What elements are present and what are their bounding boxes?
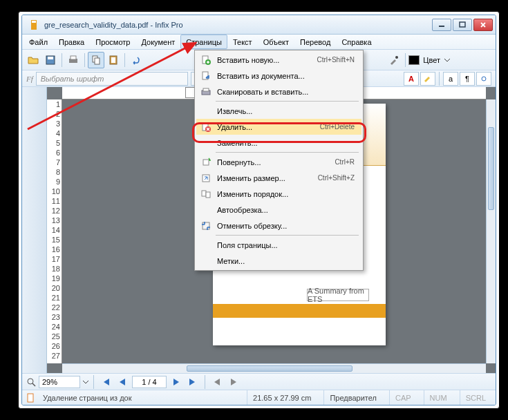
style-a-button[interactable]: a — [443, 72, 458, 86]
menu-item-label: Удалить... — [213, 123, 320, 131]
scrollbar-vertical[interactable] — [486, 99, 496, 363]
menu-item-label: Метки... — [213, 257, 355, 265]
rotate-icon — [199, 157, 213, 168]
scrl-indicator: SCRL — [460, 390, 491, 405]
menu-item-label: Поля страницы... — [213, 241, 355, 249]
page-import-icon — [199, 70, 213, 82]
menu-item--[interactable]: Вставить новую...Ctrl+Shift+N — [196, 52, 361, 68]
scrollbar-horizontal[interactable] — [62, 363, 486, 373]
menu-перевод[interactable]: Перевод — [294, 35, 336, 49]
color-swatch[interactable] — [408, 55, 420, 65]
first-page-button[interactable] — [99, 376, 113, 388]
print-button[interactable] — [65, 52, 82, 68]
menu-item-label: Изменить размер... — [213, 174, 318, 182]
next-page-button[interactable] — [169, 376, 183, 388]
svg-rect-26 — [206, 192, 210, 198]
uncrop-icon — [199, 220, 213, 231]
svg-rect-5 — [48, 57, 53, 59]
svg-rect-23 — [203, 160, 209, 165]
nav-forward-button[interactable] — [227, 376, 241, 388]
zoom-selector[interactable]: 29% — [39, 376, 80, 388]
menu-item--[interactable]: Метки... — [196, 253, 361, 269]
last-page-button[interactable] — [186, 376, 200, 388]
ruler-vertical: 1234567891011121314151617181920212223242… — [47, 99, 62, 363]
menu-item-label: Отменить обрезку... — [213, 222, 355, 230]
menu-файл[interactable]: Файл — [23, 35, 53, 49]
menu-просмотр[interactable]: Просмотр — [90, 35, 135, 49]
menu-item--[interactable]: Сканировать и вставить... — [196, 84, 361, 99]
num-indicator: NUM — [424, 390, 453, 405]
highlight-button[interactable] — [420, 72, 435, 86]
svg-rect-25 — [202, 191, 206, 196]
menu-item-label: Вставить из документа... — [213, 72, 355, 80]
menu-item--[interactable]: Поля страницы... — [196, 237, 361, 253]
undo-button[interactable] — [128, 52, 144, 68]
svg-line-14 — [32, 383, 35, 386]
copy-button[interactable] — [88, 52, 104, 68]
page-input[interactable]: 1 / 4 — [132, 376, 167, 388]
prev-page-button[interactable] — [115, 376, 129, 388]
svg-rect-1 — [32, 21, 36, 23]
chevron-down-icon[interactable] — [83, 379, 88, 385]
svg-point-12 — [395, 56, 398, 59]
menu-текст[interactable]: Текст — [227, 35, 258, 49]
statusbar: Удаление страниц из док 21.65 x 27.99 cm… — [22, 390, 496, 405]
save-button[interactable] — [42, 52, 59, 68]
pages-dropdown: Вставить новую...Ctrl+Shift+NВставить из… — [194, 50, 364, 271]
menu-страницы[interactable]: Страницы — [180, 35, 227, 49]
titlebar: gre_research_validity_data.pdf - Infix P… — [22, 15, 496, 35]
minimize-button[interactable] — [432, 19, 451, 31]
menu-item--[interactable]: Извлечь... — [196, 103, 361, 119]
menu-item-shortcut: Ctrl+Shift+N — [317, 56, 359, 64]
side-toolbar — [22, 87, 47, 373]
app-icon — [29, 19, 40, 30]
open-button[interactable] — [25, 52, 41, 68]
menubar: ФайлПравкаПросмотрДокументСтраницыТекстО… — [22, 35, 496, 50]
svg-rect-7 — [70, 56, 76, 59]
scanner-icon — [199, 86, 213, 97]
maximize-button[interactable] — [453, 19, 472, 31]
eyedropper-button[interactable] — [386, 52, 402, 68]
menu-item--[interactable]: Заменить... — [196, 135, 361, 151]
style-b-button[interactable]: ¶ — [460, 72, 475, 86]
menu-item--[interactable]: Изменить порядок... — [196, 186, 361, 202]
color-label: Цвет — [423, 56, 440, 64]
svg-rect-11 — [111, 57, 115, 63]
menu-правка[interactable]: Правка — [53, 35, 90, 49]
svg-rect-20 — [203, 88, 209, 91]
menu-item--[interactable]: Вставить из документа... — [196, 68, 361, 84]
menu-item--[interactable]: Изменить размер...Ctrl+Shift+Z — [196, 170, 361, 186]
close-button[interactable] — [473, 19, 493, 31]
menu-item-shortcut: Ctrl+R — [335, 158, 359, 166]
chevron-down-icon[interactable] — [444, 57, 451, 64]
menu-объект[interactable]: Объект — [258, 35, 294, 49]
menu-item--[interactable]: Отменить обрезку... — [196, 218, 361, 233]
menu-item-label: Автообрезка... — [213, 206, 355, 214]
reorder-icon — [199, 189, 213, 200]
link-button[interactable] — [476, 72, 491, 86]
zoom-icon[interactable] — [26, 377, 36, 387]
nav-back-button[interactable] — [210, 376, 224, 388]
menu-item-shortcut: Ctrl+Shift+Z — [318, 174, 359, 182]
resize-icon — [199, 173, 213, 184]
menu-item-label: Сканировать и вставить... — [213, 88, 355, 96]
menu-документ[interactable]: Документ — [135, 35, 180, 49]
paste-button[interactable] — [105, 52, 122, 68]
menu-справка[interactable]: Справка — [336, 35, 377, 49]
preview-label: Предварител — [323, 390, 382, 405]
svg-rect-3 — [460, 22, 465, 27]
menu-item--[interactable]: Повернуть...Ctrl+R — [196, 154, 361, 170]
menu-item--[interactable]: Удалить...Ctrl+Delete — [196, 119, 361, 135]
text-color-button[interactable]: A — [404, 72, 419, 86]
menu-item-label: Повернуть... — [213, 158, 335, 166]
status-text: Удаление страниц из док — [43, 394, 153, 402]
page-dimensions: 21.65 x 27.99 cm — [247, 390, 317, 405]
zoom-bar: 29% 1 / 4 — [22, 373, 496, 390]
menu-item-shortcut: Ctrl+Delete — [320, 123, 359, 131]
menu-item--[interactable]: Автообрезка... — [196, 202, 361, 218]
caps-indicator: CAP — [389, 390, 417, 405]
svg-rect-9 — [95, 58, 100, 64]
font-selector[interactable]: Выбрать шрифт — [36, 72, 188, 86]
menu-item-label: Извлечь... — [213, 107, 355, 115]
page-add-icon — [199, 55, 213, 66]
